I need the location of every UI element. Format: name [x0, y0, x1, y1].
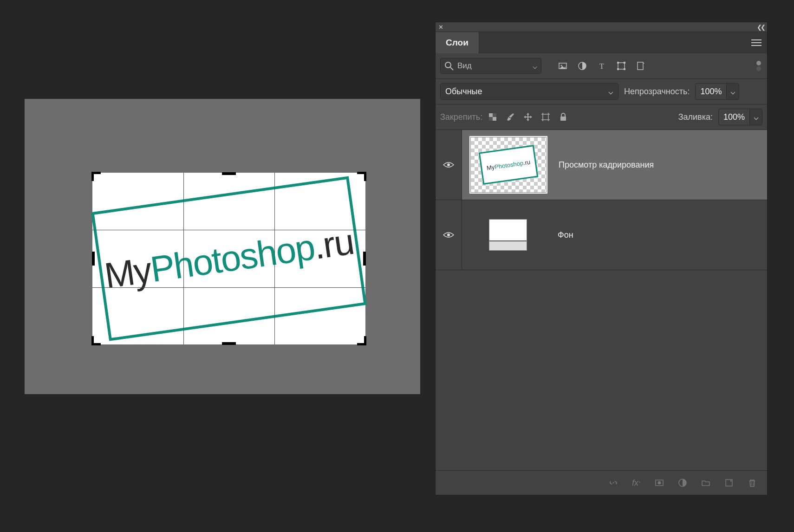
crop-handle-b[interactable] [222, 342, 236, 345]
fill-value: 100% [719, 112, 749, 122]
tab-row: Слои [436, 32, 767, 53]
svg-point-0 [445, 62, 451, 68]
svg-rect-9 [617, 68, 619, 70]
layers-list: MyPhotoshop.ru Просмотр кадрирования Фон [436, 130, 767, 470]
svg-rect-11 [638, 62, 643, 70]
filter-row: Вид ⌵ T [436, 53, 767, 79]
svg-rect-8 [624, 62, 625, 64]
svg-rect-7 [617, 62, 619, 64]
lock-move-icon[interactable] [523, 112, 533, 122]
chevron-down-icon: ⌵ [726, 84, 739, 99]
crop-handle-t[interactable] [222, 172, 236, 175]
crop-handle-r[interactable] [363, 252, 366, 266]
svg-rect-15 [493, 117, 496, 121]
opacity-label: Непрозрачность: [624, 87, 690, 97]
blend-row: Обычные ⌵ Непрозрачность: 100% ⌵ [436, 79, 767, 104]
svg-rect-17 [489, 117, 493, 121]
filter-smart-icon[interactable] [636, 61, 645, 71]
search-placeholder: Вид [457, 61, 472, 71]
group-icon[interactable] [701, 478, 710, 487]
svg-rect-12 [756, 61, 761, 65]
visibility-toggle[interactable] [436, 200, 462, 270]
visibility-toggle[interactable] [436, 130, 462, 200]
lock-label: Закрепить: [440, 112, 482, 122]
blend-mode-value: Обычные [445, 87, 482, 97]
logo-part1: My [102, 249, 153, 296]
close-icon[interactable]: ✕ [438, 24, 443, 31]
panel-menu-icon[interactable] [746, 32, 767, 53]
crop-handle-tl[interactable] [91, 172, 101, 181]
mask-icon[interactable] [655, 478, 664, 487]
svg-line-1 [450, 67, 453, 70]
lock-all-icon[interactable] [559, 112, 568, 122]
filter-shape-icon[interactable] [617, 61, 626, 71]
blend-mode-select[interactable]: Обычные ⌵ [440, 83, 618, 100]
fill-input[interactable]: 100% ⌵ [718, 109, 762, 125]
layer-row[interactable]: Фон [436, 200, 767, 270]
adjustment-icon[interactable] [678, 478, 687, 487]
crop-handle-tr[interactable] [357, 172, 366, 181]
new-layer-icon[interactable] [724, 478, 734, 487]
crop-handle-bl[interactable] [91, 336, 101, 345]
layer-row[interactable]: MyPhotoshop.ru Просмотр кадрирования [436, 130, 767, 200]
layer-thumbnail[interactable]: MyPhotoshop.ru [470, 137, 547, 193]
chevron-down-icon: ⌵ [749, 109, 762, 125]
fx-icon[interactable]: fx˅ [632, 478, 641, 488]
eye-icon [443, 231, 454, 239]
svg-point-29 [447, 234, 450, 236]
canvas[interactable]: MyPhotoshop.ru [92, 173, 365, 344]
svg-rect-6 [618, 63, 625, 69]
panel-footer: fx˅ [436, 470, 767, 495]
layer-thumbnail[interactable] [489, 219, 527, 251]
filter-pixel-icon[interactable] [558, 61, 567, 71]
svg-point-28 [447, 163, 450, 166]
trash-icon[interactable] [748, 478, 757, 487]
canvas-content: MyPhotoshop.ru [91, 176, 367, 341]
crop-handle-br[interactable] [357, 336, 366, 345]
crop-handle-l[interactable] [92, 252, 95, 266]
search-icon [444, 61, 454, 71]
panel-titlebar[interactable]: ✕ ❮❮ [436, 22, 767, 32]
svg-text:T: T [599, 62, 604, 70]
svg-point-31 [658, 481, 661, 485]
svg-rect-16 [493, 113, 496, 117]
svg-rect-18 [543, 114, 548, 120]
fill-label: Заливка: [678, 112, 713, 122]
chevron-down-icon: ⌵ [608, 86, 613, 97]
eye-icon [443, 161, 454, 169]
svg-rect-14 [489, 113, 493, 117]
link-icon[interactable] [609, 478, 618, 487]
lock-brush-icon[interactable] [506, 112, 515, 122]
filter-toggle[interactable] [755, 60, 762, 72]
layers-panel: ✕ ❮❮ Слои Вид ⌵ T Обычные ⌵ Непрозрачн [435, 22, 768, 495]
svg-rect-10 [624, 68, 625, 70]
logo-part3: .ru [311, 221, 356, 266]
svg-rect-27 [560, 117, 566, 121]
lock-row: Закрепить: Заливка: 100% ⌵ [436, 104, 767, 130]
svg-point-3 [561, 65, 562, 66]
lock-artboard-icon[interactable] [541, 112, 550, 122]
layer-name[interactable]: Фон [558, 230, 573, 240]
filter-adjust-icon[interactable] [578, 61, 587, 71]
tab-layers[interactable]: Слои [436, 32, 479, 53]
layer-name[interactable]: Просмотр кадрирования [559, 160, 654, 170]
filter-type-icon[interactable]: T [597, 61, 606, 71]
layer-search[interactable]: Вид ⌵ [440, 58, 541, 74]
chevron-down-icon: ⌵ [533, 61, 537, 71]
opacity-input[interactable]: 100% ⌵ [695, 83, 739, 100]
svg-rect-13 [756, 66, 761, 71]
logo-part2: Photoshop [148, 226, 317, 290]
opacity-value: 100% [696, 87, 726, 97]
collapse-icon[interactable]: ❮❮ [757, 24, 764, 31]
lock-transparent-icon[interactable] [488, 112, 497, 122]
